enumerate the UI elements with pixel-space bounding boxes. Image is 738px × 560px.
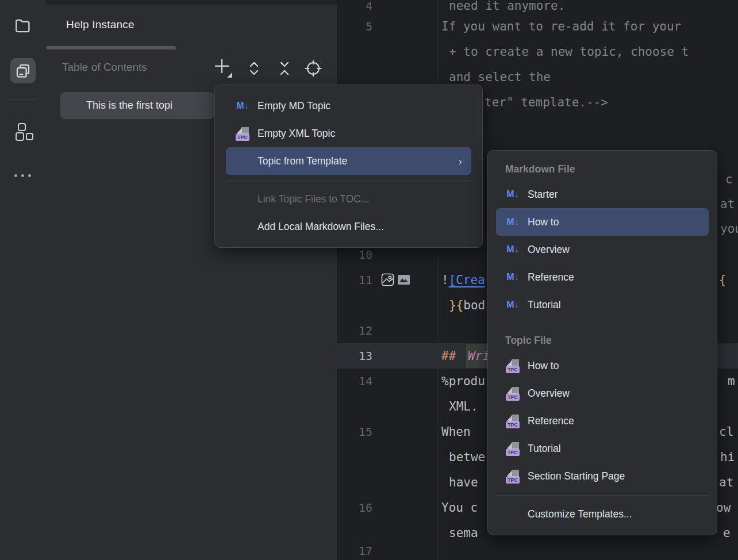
submenu-item-section-starting-page[interactable]: TPC Section Starting Page bbox=[496, 462, 709, 490]
topic-file-icon: TPC bbox=[505, 386, 520, 401]
toc-item-label: This is the first topi bbox=[60, 99, 172, 112]
code-line-4: need it anymore. bbox=[449, 0, 565, 14]
line-number: 16 bbox=[337, 500, 372, 516]
expand-all-button[interactable] bbox=[244, 59, 264, 78]
markdown-file-icon: M↓ bbox=[505, 297, 520, 312]
menu-item-empty-md-topic[interactable]: M↓ Empty MD Topic bbox=[226, 92, 471, 120]
image-outline-gutter-icon[interactable] bbox=[381, 273, 394, 286]
line-number: 14 bbox=[337, 373, 372, 389]
submenu-item-overview-md[interactable]: M↓ Overview bbox=[496, 236, 709, 263]
documents-icon bbox=[14, 62, 32, 79]
code-line-5-wrap-1: + to create a new topic, choose t bbox=[449, 44, 689, 60]
more-icon bbox=[14, 174, 17, 177]
submenu-item-reference-md[interactable]: M↓ Reference bbox=[496, 263, 709, 291]
activity-bar bbox=[0, 0, 47, 560]
expand-all-icon bbox=[245, 59, 263, 78]
locate-icon bbox=[303, 59, 323, 78]
submenu-section-header: Topic File bbox=[496, 329, 709, 352]
menu-item-add-local-markdown-files[interactable]: Add Local Markdown Files... bbox=[226, 213, 471, 240]
markdown-file-icon: M↓ bbox=[505, 242, 520, 257]
submenu-arrow-icon: › bbox=[458, 155, 462, 167]
code-line-15: When bbox=[441, 424, 471, 440]
submenu-item-tutorial-topic[interactable]: TPC Tutorial bbox=[496, 435, 709, 462]
code-line-11: ![Crea bbox=[441, 272, 485, 288]
topic-file-icon: TPC bbox=[505, 413, 520, 428]
topic-from-template-submenu: Markdown File M↓ Starter M↓ How to M↓ Ov… bbox=[487, 150, 717, 535]
toc-tool-button[interactable] bbox=[10, 58, 36, 83]
line-number: 11 bbox=[337, 272, 372, 288]
toc-item-selected[interactable]: This is the first topi bbox=[60, 92, 214, 119]
submenu-item-reference-topic[interactable]: TPC Reference bbox=[496, 407, 709, 435]
project-folder-button[interactable] bbox=[10, 13, 36, 39]
code-line-13-heading: Wri bbox=[468, 348, 490, 364]
code-fragment: hi bbox=[720, 449, 735, 465]
add-topic-button[interactable] bbox=[214, 59, 233, 78]
code-fragment: at bbox=[719, 474, 733, 490]
locate-in-toc-button[interactable] bbox=[303, 59, 323, 78]
menu-separator bbox=[226, 175, 471, 185]
collapse-all-button[interactable] bbox=[275, 59, 294, 78]
add-topic-menu: M↓ Empty MD Topic TPC Empty XML Topic To… bbox=[214, 85, 483, 248]
collapse-all-icon bbox=[275, 59, 294, 78]
line-number: 4 bbox=[337, 0, 372, 14]
submenu-item-tutorial-md[interactable]: M↓ Tutorial bbox=[496, 291, 709, 319]
more-tool-windows-button[interactable] bbox=[14, 174, 31, 177]
structure-tool-button[interactable] bbox=[10, 119, 36, 144]
stripe-divider bbox=[8, 99, 38, 99]
code-fragment: e bbox=[723, 525, 731, 541]
line-number: 5 bbox=[337, 18, 372, 34]
menu-item-empty-xml-topic[interactable]: TPC Empty XML Topic bbox=[226, 120, 471, 147]
line-number: 17 bbox=[337, 543, 372, 559]
topic-file-icon: TPC bbox=[505, 358, 520, 373]
topic-file-icon: TPC bbox=[505, 441, 520, 456]
topic-file-icon: TPC bbox=[235, 126, 250, 141]
menu-item-topic-from-template[interactable]: Topic from Template › bbox=[226, 147, 471, 175]
code-line-14-wrap: XML. bbox=[449, 398, 478, 415]
code-line-5-wrap-3: ter" template.--> bbox=[485, 94, 608, 110]
markdown-file-icon: M↓ bbox=[505, 187, 520, 202]
submenu-item-overview-topic[interactable]: TPC Overview bbox=[496, 379, 709, 407]
code-line-15-wrap-2: have bbox=[449, 474, 478, 490]
structure-icon bbox=[11, 120, 34, 143]
code-line-11-wrap: }{bod bbox=[449, 297, 485, 313]
menu-separator bbox=[496, 490, 709, 500]
panel-top-strip bbox=[46, 0, 337, 5]
code-line-16-wrap: sema bbox=[449, 525, 478, 541]
markdown-link[interactable]: [Crea bbox=[449, 273, 485, 287]
tab-indicator bbox=[47, 46, 176, 49]
toc-header-label: Table of Contents bbox=[62, 61, 147, 74]
image-preview-gutter-icon[interactable] bbox=[398, 274, 410, 285]
line-number-current: 13 bbox=[337, 348, 372, 364]
code-fragment: m bbox=[728, 373, 735, 389]
code-line-13-hashes: ## bbox=[441, 348, 456, 364]
add-icon bbox=[213, 57, 235, 80]
code-fragment: c bbox=[725, 171, 733, 187]
submenu-item-how-to-md[interactable]: M↓ How to bbox=[496, 208, 709, 236]
code-line-5: If you want to re-add it for your bbox=[441, 18, 681, 34]
line-number: 10 bbox=[337, 247, 372, 263]
code-fragment: at bbox=[720, 196, 735, 212]
tool-window-title: Help Instance bbox=[66, 18, 134, 31]
markdown-file-icon: M↓ bbox=[235, 98, 250, 113]
code-line-14: %produ bbox=[441, 373, 485, 389]
submenu-section-header: Markdown File bbox=[496, 158, 709, 181]
code-line-16: You c bbox=[441, 500, 478, 516]
markdown-file-icon: M↓ bbox=[505, 270, 520, 285]
submenu-item-starter[interactable]: M↓ Starter bbox=[496, 181, 709, 208]
code-line-15-wrap-1: betwe bbox=[449, 449, 485, 465]
topic-file-icon: TPC bbox=[505, 469, 520, 484]
line-number: 12 bbox=[337, 323, 372, 339]
line-number: 15 bbox=[337, 424, 372, 440]
ide-window: Help Instance Table of Contents bbox=[0, 0, 738, 560]
submenu-item-customize-templates[interactable]: Customize Templates... bbox=[496, 500, 709, 528]
code-fragment: ow bbox=[716, 500, 731, 516]
folder-icon bbox=[14, 17, 32, 35]
markdown-file-icon: M↓ bbox=[505, 214, 520, 229]
menu-separator bbox=[496, 319, 709, 329]
menu-item-link-topic-files[interactable]: Link Topic Files to TOC... bbox=[226, 185, 471, 213]
code-line-5-wrap-2: and select the bbox=[449, 69, 551, 85]
code-fragment: you bbox=[720, 221, 738, 237]
submenu-item-how-to-topic[interactable]: TPC How to bbox=[496, 352, 709, 379]
code-fragment: cl bbox=[719, 424, 733, 440]
